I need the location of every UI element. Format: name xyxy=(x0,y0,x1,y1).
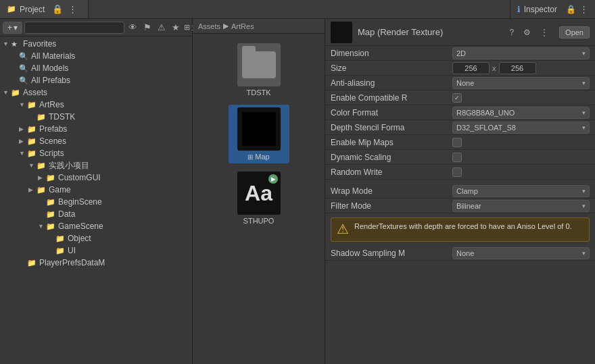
scripts-item[interactable]: ▼ 📁 Scripts xyxy=(0,147,192,159)
object-item[interactable]: 📁 Object xyxy=(0,232,192,244)
all-prefabs-item[interactable]: 🔍 All Prefabs xyxy=(0,74,192,86)
inspector-more-icon[interactable]: ⋮ xyxy=(579,4,588,14)
scenes-item[interactable]: ▶ 📁 Scenes xyxy=(0,135,192,147)
gamescene-item[interactable]: ▼ 📁 GameScene xyxy=(0,220,192,232)
depth-stencil-dropdown[interactable]: D32_SFLOAT_S8 ▾ xyxy=(452,122,590,134)
color-format-dropdown[interactable]: R8G8B8A8_UNO ▾ xyxy=(452,107,590,119)
asset-map[interactable]: ⊞ Map xyxy=(229,105,289,163)
inspector-lock-icon[interactable]: 🔒 xyxy=(566,5,576,14)
favorites-star-icon: ★ xyxy=(11,40,22,49)
warning-text: RenderTextures with depth are forced to … xyxy=(354,222,572,230)
artres-folder-icon: 📁 xyxy=(27,101,38,109)
tdstk-label: TDSTK xyxy=(49,112,75,122)
prop-depth-stencil: Depth Stencil Forma D32_SFLOAT_S8 ▾ xyxy=(325,120,595,135)
lock-icon[interactable]: 🔒 xyxy=(52,4,63,14)
artres-item[interactable]: ▼ 📁 ArtRes xyxy=(0,99,192,111)
practice-item[interactable]: ▼ 📁 实践小项目 xyxy=(0,159,192,172)
prop-enable-compatible-label: Enable Compatible R xyxy=(331,93,452,103)
breadcrumb-folder[interactable]: ArtRes xyxy=(231,22,254,30)
assets-panel: Assets ▶ ArtRes TDSTK ⊞ Map xyxy=(193,19,325,364)
shadow-sampling-value: None xyxy=(456,249,474,257)
prop-depth-stencil-label: Depth Stencil Forma xyxy=(331,123,452,132)
search-input[interactable] xyxy=(24,22,124,34)
inspector-panel: Map (Render Texture) ? ⚙ ⋮ Open Dimensio… xyxy=(325,19,595,364)
prefabs-item[interactable]: ▶ 📁 Prefabs xyxy=(0,123,192,135)
customgui-item[interactable]: ▶ 📁 CustomGUI xyxy=(0,172,192,184)
toolbar-icons: 👁 ⚑ ⚠ ★ ⊞ 14 xyxy=(126,22,199,33)
game-folder-icon: 📁 xyxy=(37,186,47,194)
all-models-item[interactable]: 🔍 All Models xyxy=(0,62,192,74)
settings-icon[interactable]: ⚙ xyxy=(523,28,531,37)
all-materials-item[interactable]: 🔍 All Materials xyxy=(0,50,192,62)
enable-compatible-checkbox[interactable]: ✓ xyxy=(452,93,462,103)
tab-actions: 🔒 ⋮ xyxy=(48,4,81,14)
project-tree: ▼ ★ Favorites 🔍 All Materials 🔍 All Mode… xyxy=(0,36,192,364)
info-icon-tab: ℹ xyxy=(517,5,521,14)
tdstk-thumb xyxy=(237,43,281,86)
assets-group[interactable]: ▼ 📁 Assets xyxy=(0,86,192,99)
prefabs-label: Prefabs xyxy=(39,124,67,134)
asset-tdstk[interactable]: TDSTK xyxy=(229,41,289,99)
prop-color-format-label: Color Format xyxy=(331,108,452,118)
tdstk-folder-thumb xyxy=(242,51,276,78)
object-more-icon[interactable]: ⋮ xyxy=(540,28,548,37)
wrap-mode-value: Clamp xyxy=(456,187,478,195)
prop-size-value: 256 x 256 xyxy=(452,62,590,74)
assets-label: Assets xyxy=(23,88,47,97)
inspector-tab[interactable]: ℹ Inspector 🔒 ⋮ xyxy=(510,0,595,18)
size-width-input[interactable]: 256 xyxy=(452,62,490,74)
search-prefab-icon: 🔍 xyxy=(19,76,30,85)
warning-filter-icon[interactable]: ⚠ xyxy=(156,22,168,33)
asset-sthupo[interactable]: Aa ▶ STHUPO xyxy=(229,169,289,228)
sthupo-thumb: Aa ▶ xyxy=(237,172,281,215)
project-tab-label: Project xyxy=(20,5,45,14)
anti-aliasing-value: None xyxy=(456,79,474,87)
dimension-value: 2D xyxy=(456,49,466,57)
color-format-arrow: ▾ xyxy=(582,109,586,116)
beginscene-item[interactable]: 📁 BeginScene xyxy=(0,196,192,208)
star-icon[interactable]: ★ xyxy=(170,22,182,33)
beginscene-label: BeginScene xyxy=(58,197,102,207)
random-write-checkbox[interactable] xyxy=(452,167,462,177)
practice-label: 实践小项目 xyxy=(49,160,89,172)
prop-enable-mip: Enable Mip Maps xyxy=(325,135,595,150)
artres-label: ArtRes xyxy=(39,100,64,109)
open-button[interactable]: Open xyxy=(559,26,590,38)
prop-color-format: Color Format R8G8B8A8_UNO ▾ xyxy=(325,105,595,120)
more-icon[interactable]: ⋮ xyxy=(68,4,77,14)
ui-item[interactable]: 📁 UI xyxy=(0,244,192,257)
search-model-icon: 🔍 xyxy=(19,64,30,73)
breadcrumb: Assets ▶ ArtRes xyxy=(193,19,325,34)
flag-icon[interactable]: ⚑ xyxy=(141,22,153,33)
all-models-label: All Models xyxy=(31,63,68,73)
breadcrumb-root[interactable]: Assets xyxy=(198,22,220,30)
playerprefs-item[interactable]: 📁 PlayerPrefsDataM xyxy=(0,257,192,269)
data-folder-icon: 📁 xyxy=(46,210,57,219)
wrap-mode-dropdown[interactable]: Clamp ▾ xyxy=(452,185,590,197)
game-item[interactable]: ▶ 📁 Game xyxy=(0,184,192,196)
size-height-input[interactable]: 256 xyxy=(499,62,536,74)
prop-random-write: Random Write xyxy=(325,165,595,180)
map-label-row: ⊞ Map xyxy=(247,153,269,161)
shadow-sampling-dropdown[interactable]: None ▾ xyxy=(452,247,590,259)
add-button[interactable]: + ▾ xyxy=(3,22,22,34)
prop-depth-stencil-value: D32_SFLOAT_S8 ▾ xyxy=(452,122,590,134)
eye-icon[interactable]: 👁 xyxy=(126,22,139,33)
tdstk-item[interactable]: 📁 TDSTK xyxy=(0,111,192,123)
prop-filter-mode: Filter Mode Bilinear ▾ xyxy=(325,199,595,213)
filter-mode-value: Bilinear xyxy=(456,202,481,210)
favorites-group[interactable]: ▼ ★ Favorites xyxy=(0,38,192,50)
size-x-label: x xyxy=(492,64,496,72)
help-icon[interactable]: ? xyxy=(509,28,514,37)
warning-box: ⚠ RenderTextures with depth are forced t… xyxy=(331,217,590,242)
data-item[interactable]: 📁 Data xyxy=(0,208,192,220)
filter-mode-dropdown[interactable]: Bilinear ▾ xyxy=(452,200,590,212)
dimension-dropdown[interactable]: 2D ▾ xyxy=(452,47,590,59)
prop-wrap-mode: Wrap Mode Clamp ▾ xyxy=(325,184,595,199)
dynamic-scaling-checkbox[interactable] xyxy=(452,153,462,162)
project-tab[interactable]: 📁 Project 🔒 ⋮ xyxy=(0,0,89,18)
sthupo-asset-label: STHUPO xyxy=(243,217,275,225)
anti-aliasing-dropdown[interactable]: None ▾ xyxy=(452,77,590,89)
enable-mip-checkbox[interactable] xyxy=(452,138,462,147)
prefabs-arrow: ▶ xyxy=(19,126,27,132)
